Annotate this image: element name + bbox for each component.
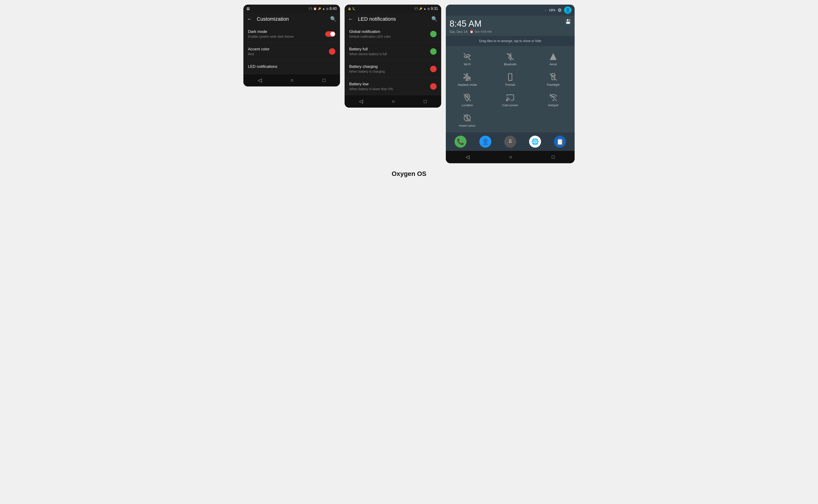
qs-tile-portrait[interactable]: Portrait: [489, 69, 532, 89]
global-notification-subtitle: Default notification LED color: [349, 35, 391, 38]
qs-tile-wifi-label: Wi-Fi: [464, 63, 471, 66]
qs-tile-location-label: Location: [462, 103, 473, 107]
phone1-status-bar: 🖼 📳 ⏰ 🔑 ▲ ◎ 8:40: [243, 5, 340, 13]
svg-marker-4: [550, 53, 557, 60]
phone2-lock-icon: 🔒: [348, 7, 351, 10]
qs-tile-aircel[interactable]: Aircel: [532, 48, 575, 69]
accent-color-setting[interactable]: Accent color Red: [243, 43, 340, 60]
qs-tile-airplane[interactable]: Airplane mode: [446, 69, 489, 89]
qs-tile-portrait-label: Portrait: [506, 83, 515, 86]
phone2-search-button[interactable]: 🔍: [431, 16, 438, 22]
footer-title: Oxygen OS: [392, 170, 427, 178]
bluetooth-off-icon: [506, 52, 514, 61]
qs-tile-hotspot[interactable]: Hotspot: [532, 89, 575, 110]
phone2-vibrate-icon: 📳: [415, 7, 418, 10]
global-notification-item[interactable]: Global notification Default notification…: [344, 25, 441, 43]
phone1-nav-bar: ◁ ○ □: [243, 74, 340, 86]
global-notification-dot: [430, 31, 437, 37]
dark-mode-title: Dark mode: [248, 29, 293, 34]
phone1-recents-nav[interactable]: □: [322, 77, 325, 83]
dock-phone-icon: 📞: [457, 138, 464, 145]
phone1-title: Customization: [257, 16, 330, 22]
qs-tile-bluetooth[interactable]: Bluetooth: [489, 48, 532, 69]
dock-apps[interactable]: ⠿: [504, 136, 516, 148]
phone3-hint: Drag tiles to re-arrange, tap to show or…: [446, 36, 575, 46]
accent-color-dot: [329, 48, 335, 55]
phone1-time: 8:40: [330, 7, 337, 11]
phone3-battery-pct: 19%: [549, 8, 555, 12]
global-notification-title: Global notification: [349, 29, 391, 34]
battery-low-item[interactable]: Battery low When battery is lower than 5…: [344, 78, 441, 95]
battery-full-subtitle: When device battery is full: [349, 52, 387, 56]
led-notifications-setting[interactable]: LED notifications: [243, 60, 340, 74]
battery-full-item[interactable]: Battery full When device battery is full: [344, 43, 441, 60]
phone2-wifi-icon: ▲: [424, 7, 426, 10]
dark-mode-setting[interactable]: Dark mode Enable system wide dark theme: [243, 25, 340, 43]
hotspot-off-icon: [549, 93, 557, 102]
qs-tile-wifi[interactable]: Wi-Fi: [446, 48, 489, 69]
phone3-recents-nav[interactable]: □: [552, 154, 555, 160]
phone3-dock: 📞 👤 ⠿ 🌐 📋: [446, 132, 575, 151]
phone2-back-button[interactable]: ←: [348, 16, 353, 22]
phone2-status-bar: 🔒 🐛 📳 🔑 ▲ ◎ 9:31: [344, 5, 441, 13]
phone2-title: LED notifications: [358, 16, 431, 22]
phone1-signal-icon: ▲: [322, 7, 325, 10]
phone3-back-nav[interactable]: ◁: [466, 154, 470, 160]
phone3-alarm-time: Sun 4:00 AM: [474, 30, 491, 33]
svg-point-1: [467, 59, 468, 60]
qs-tile-airplane-label: Airplane mode: [458, 83, 477, 86]
flashlight-off-icon: [549, 73, 557, 81]
led-notifications-title: LED notifications: [248, 64, 277, 69]
dock-contacts-icon: 👤: [482, 138, 489, 145]
wifi-off-icon: [463, 52, 471, 61]
phone1-back-nav[interactable]: ◁: [258, 77, 262, 83]
airplane-off-icon: [463, 73, 471, 81]
svg-point-12: [553, 100, 554, 101]
qs-tile-location[interactable]: Location: [446, 89, 489, 110]
qs-tile-flashlight[interactable]: Flashlight: [532, 69, 575, 89]
phone2-home-nav[interactable]: ○: [392, 98, 395, 104]
dock-phone[interactable]: 📞: [455, 136, 467, 148]
phone1-key-icon: 🔑: [318, 7, 321, 10]
phone3-save-icon: 💾: [565, 19, 571, 24]
svg-point-11: [506, 100, 508, 101]
dock-memo[interactable]: 📋: [554, 136, 566, 148]
phone1-alarm-icon: ⏰: [313, 7, 317, 10]
phone3-settings-icon[interactable]: ⚙: [558, 7, 562, 13]
battery-charging-dot: [430, 66, 437, 72]
phone3-nav-bar: ◁ ○ □: [446, 151, 575, 163]
cast-icon: [506, 93, 514, 102]
dock-contacts[interactable]: 👤: [480, 136, 491, 148]
dock-memo-icon: 📋: [556, 138, 564, 145]
phone2-top-bar: ← LED notifications 🔍: [344, 13, 441, 25]
phone2-recents-nav[interactable]: □: [424, 98, 427, 104]
phone1-back-button[interactable]: ←: [247, 16, 252, 22]
qs-tile-cast[interactable]: Cast screen: [489, 89, 532, 110]
qs-tile-invert-label: Invert colors: [459, 124, 476, 127]
dock-chrome[interactable]: 🌐: [529, 136, 541, 148]
signal-icon: [549, 52, 557, 61]
portrait-icon: [506, 73, 514, 81]
dark-mode-toggle[interactable]: [325, 31, 335, 37]
phone3-avatar[interactable]: 👤: [564, 6, 572, 14]
accent-color-subtitle: Red: [248, 52, 269, 56]
dark-mode-subtitle: Enable system wide dark theme: [248, 35, 293, 38]
qs-tile-bluetooth-label: Bluetooth: [504, 63, 517, 66]
phone3-status-bar: ○ 19% ⚙ 👤: [446, 5, 575, 16]
qs-tile-invert[interactable]: Invert colors: [446, 110, 489, 130]
phone3: ○ 19% ⚙ 👤 8:45 AM Sat, Dec 19 ⏰ Sun 4:00…: [446, 5, 575, 163]
qs-tile-hotspot-label: Hotspot: [548, 103, 558, 107]
phone3-home-nav[interactable]: ○: [509, 154, 512, 160]
phone2-key-icon: 🔑: [419, 7, 423, 10]
phone2-back-nav[interactable]: ◁: [359, 98, 363, 104]
battery-low-subtitle: When battery is lower than 5%: [349, 87, 393, 91]
phone1-battery-icon: ◎: [326, 7, 328, 10]
phone1-search-button[interactable]: 🔍: [330, 16, 336, 22]
dock-apps-icon: ⠿: [509, 139, 512, 144]
phone3-time: 8:45 AM: [450, 19, 492, 29]
phone3-qs-grid: Wi-Fi Bluetooth Aircel: [446, 46, 575, 132]
phone1-home-nav[interactable]: ○: [290, 77, 293, 83]
battery-charging-item[interactable]: Battery charging When battery is chargin…: [344, 60, 441, 78]
qs-tile-flashlight-label: Flashlight: [547, 83, 560, 86]
phone1: 🖼 📳 ⏰ 🔑 ▲ ◎ 8:40 ← Customization 🔍 Dark …: [243, 5, 340, 86]
